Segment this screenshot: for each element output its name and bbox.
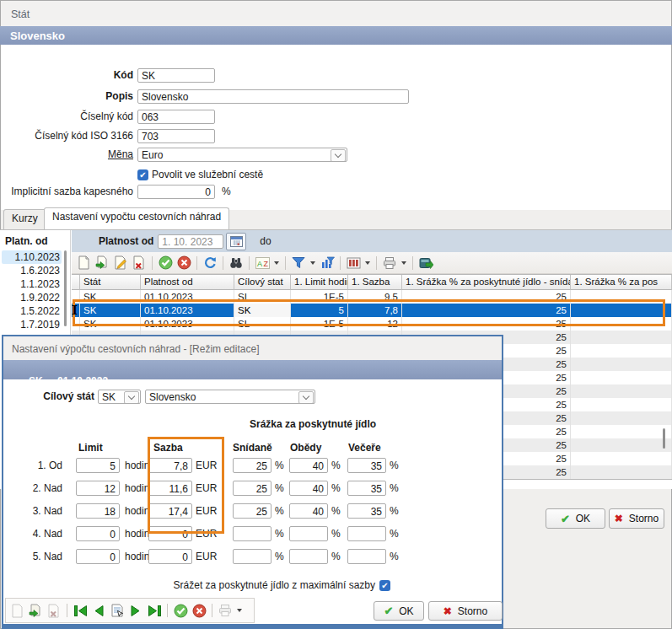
date-list-scrollbar[interactable] (64, 250, 67, 326)
mena-combobox[interactable]: Euro (137, 148, 347, 162)
filter-button[interactable] (290, 255, 307, 271)
check-icon: ✔ (139, 169, 146, 180)
obedy-input[interactable]: 40 (289, 458, 328, 473)
kapesne-field[interactable]: 0 (137, 185, 215, 199)
chevron-down-icon[interactable] (331, 149, 346, 162)
table-row[interactable]: SK 01.10.2023 SK 5 7,8 25 (72, 304, 672, 317)
dialog-confirm-button[interactable] (172, 602, 189, 619)
print-dropdown-button[interactable] (400, 255, 408, 271)
sort-button[interactable]: AZ (254, 255, 271, 271)
columns-dropdown-button[interactable] (363, 255, 372, 271)
dialog-print-dropdown-button[interactable] (235, 602, 244, 619)
refresh-button[interactable] (202, 255, 218, 271)
sazba-input[interactable]: 0 (148, 549, 192, 564)
dialog-cancel-button[interactable] (191, 602, 207, 619)
date-list-item[interactable]: 1.1.2023 (2, 277, 62, 291)
table-row[interactable]: SK 01.10.2023 SL 1E-5 12 25 (72, 317, 672, 331)
delete-record-button[interactable] (131, 255, 148, 271)
platnost-od-date-field[interactable]: 1. 10. 2023 (158, 234, 223, 249)
main-ok-button[interactable]: ✔ OK (546, 508, 605, 529)
table-row[interactable]: SK 01.10.2023 SI 1E-5 9,5 25 (72, 290, 672, 304)
columns-button[interactable] (345, 255, 362, 271)
print-button[interactable] (381, 255, 398, 271)
obedy-input[interactable] (289, 526, 328, 541)
vecere-input[interactable]: 35 (347, 458, 386, 473)
cancel-button[interactable] (175, 255, 192, 271)
sazba-input[interactable]: 17,4 (148, 503, 192, 519)
vecere-input[interactable]: 35 (347, 503, 386, 519)
eur-unit: EUR (196, 482, 217, 494)
date-list-item[interactable]: 1.5.2022 (2, 304, 62, 318)
platnost-od-date-value: 1. 10. 2023 (162, 236, 212, 248)
obedy-input[interactable] (289, 549, 328, 564)
previous-record-button[interactable] (90, 602, 107, 619)
col-cilovy[interactable]: Cílový stat (234, 275, 291, 290)
snidane-input[interactable] (233, 549, 271, 564)
col-srazka-snidane[interactable]: 1. Srážka % za poskytnuté jídlo - snídan… (402, 275, 571, 290)
vecere-input[interactable] (347, 526, 386, 541)
col-sazba[interactable]: 1. Sazba (348, 275, 402, 290)
export-button[interactable] (417, 255, 434, 271)
limit-input[interactable]: 0 (76, 526, 120, 541)
dialog-copy-button[interactable] (27, 602, 44, 619)
vecere-input[interactable] (347, 549, 386, 564)
new-record-button[interactable] (75, 255, 92, 271)
obedy-input[interactable]: 40 (289, 481, 328, 496)
cilovy-stat-name-combobox[interactable]: Slovensko (145, 390, 315, 404)
srazet-checkbox[interactable]: ✔ (379, 580, 390, 591)
col-platnost[interactable]: Platnost od (141, 275, 234, 290)
ciselny-kod-field[interactable]: 063 (137, 110, 215, 124)
sazba-input[interactable]: 0 (148, 526, 192, 541)
filter-analysis-button[interactable] (319, 255, 336, 271)
tab-kurzy[interactable]: Kurzy (3, 209, 46, 229)
snidane-input[interactable]: 25 (233, 481, 271, 496)
chevron-down-icon[interactable] (124, 391, 139, 404)
confirm-button[interactable] (157, 255, 174, 271)
povolit-checkbox[interactable]: ✔ (137, 169, 148, 180)
cilovy-stat-code-combobox[interactable]: SK (98, 390, 141, 404)
record-list-button[interactable] (109, 602, 126, 619)
mena-label[interactable]: Měna (1, 148, 133, 160)
tab-nastaveni-nahrad[interactable]: Nastavení vypočtu cestovních náhrad (44, 207, 229, 229)
filter-dropdown-button[interactable] (309, 255, 317, 271)
sazba-input[interactable]: 7,8 (148, 458, 192, 473)
snidane-input[interactable]: 25 (233, 503, 271, 519)
chevron-down-icon[interactable] (298, 391, 314, 404)
date-list-item[interactable]: 1.9.2022 (2, 291, 62, 304)
next-record-button[interactable] (127, 602, 144, 619)
kod-field[interactable]: SK (137, 68, 215, 83)
popis-field[interactable]: Slovensko (137, 89, 409, 104)
sort-dropdown-button[interactable] (272, 255, 281, 271)
copy-record-button[interactable] (94, 255, 110, 271)
dialog-ok-button[interactable]: ✔ OK (374, 601, 424, 621)
dialog-print-button[interactable] (217, 602, 234, 619)
dialog-new-button[interactable] (8, 602, 25, 619)
calendar-button[interactable] (226, 233, 246, 250)
limit-input[interactable]: 12 (76, 481, 120, 496)
search-button[interactable] (228, 255, 245, 271)
limit-input[interactable]: 18 (76, 503, 120, 519)
col-srazka-next[interactable]: 1. Srážka % za pos (571, 275, 672, 290)
date-list-item[interactable]: 1.6.2023 (2, 264, 62, 277)
vecere-input[interactable]: 35 (347, 481, 386, 496)
first-record-button[interactable] (72, 602, 89, 619)
edit-record-button[interactable] (112, 255, 129, 271)
dialog-storno-button[interactable]: ✖ Storno (428, 601, 503, 621)
srazka-snidane-cell: 25 (402, 290, 571, 304)
date-list-item[interactable]: 1.7.2019 (2, 318, 62, 331)
col-limit[interactable]: 1. Limit hodin (291, 275, 348, 290)
date-list-item[interactable]: 1.10.2023 (2, 250, 62, 264)
obedy-input[interactable]: 40 (289, 503, 328, 519)
sazba-input[interactable]: 11,6 (148, 481, 192, 496)
main-storno-button[interactable]: ✖ Storno (609, 508, 664, 529)
iso-kod-field[interactable]: 703 (137, 129, 215, 143)
limit-input[interactable]: 5 (76, 458, 120, 473)
limit-input[interactable]: 0 (76, 549, 120, 564)
last-record-button[interactable] (146, 602, 163, 619)
col-stat[interactable]: Stát (80, 275, 141, 290)
table-scrollbar[interactable] (663, 428, 665, 449)
snidane-input[interactable] (233, 526, 271, 541)
snidane-input[interactable]: 25 (233, 458, 271, 473)
srazka-next-cell (571, 438, 672, 452)
dialog-delete-button[interactable] (46, 602, 62, 619)
